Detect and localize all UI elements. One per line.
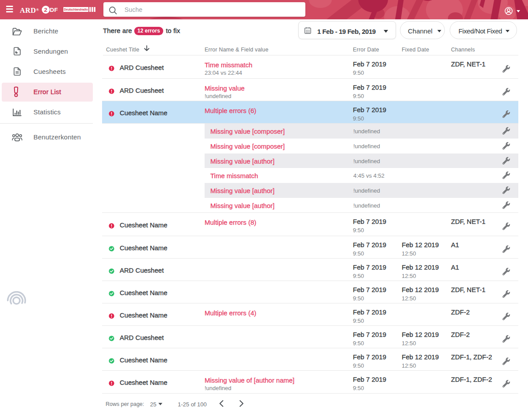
svg-text:2: 2: [44, 7, 48, 13]
svg-text:DF: DF: [50, 7, 58, 13]
